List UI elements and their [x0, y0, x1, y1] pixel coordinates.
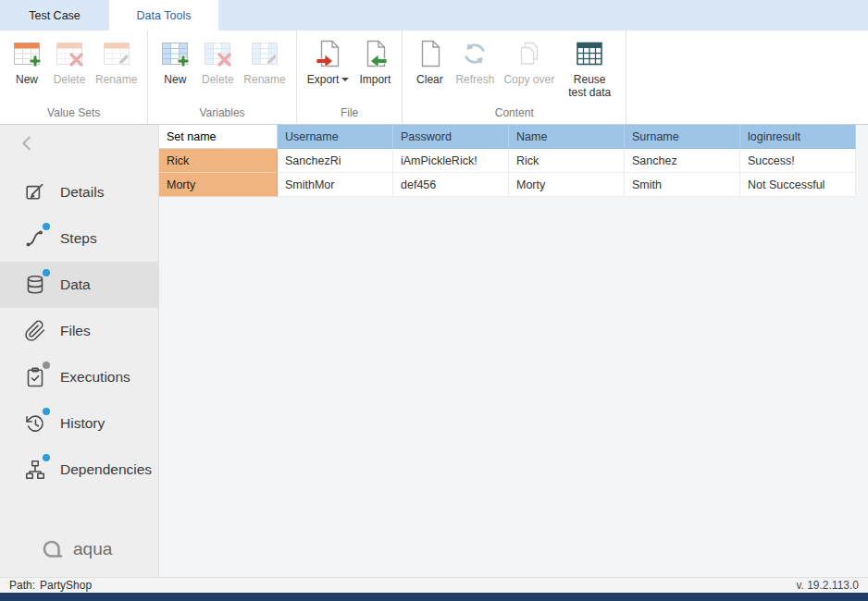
new-value-set-icon — [12, 39, 42, 68]
button-label: Delete — [202, 73, 234, 86]
table-cell[interactable]: Sanchez — [625, 149, 740, 173]
refresh-icon — [460, 39, 490, 68]
content-area: Set name Username Password Name Surname … — [159, 125, 868, 577]
refresh-button: Refresh — [451, 33, 499, 88]
ribbon-group-file: Export Import File — [297, 31, 403, 124]
column-header-loginresult[interactable]: loginresult — [740, 125, 856, 149]
sidebar-item-executions[interactable]: Executions — [0, 354, 158, 400]
rename-variable-icon — [250, 39, 279, 68]
sidebar-item-label: Details — [60, 184, 104, 201]
ribbon-group-content: Clear Refresh Copy over Reuse test data … — [403, 31, 626, 124]
copy-over-icon — [515, 39, 544, 68]
table-cell[interactable]: iAmPickleRick! — [393, 149, 509, 173]
button-label: Refresh — [455, 73, 494, 86]
clear-icon — [415, 39, 444, 68]
column-header-password[interactable]: Password — [393, 125, 509, 149]
sidebar: Details Steps Data Files Executions — [0, 125, 159, 577]
chevron-left-icon — [19, 134, 37, 153]
delete-value-set-button: Delete — [48, 33, 91, 88]
button-label: Import — [359, 73, 391, 86]
notification-dot — [43, 362, 50, 369]
rename-value-set-button: Rename — [91, 33, 142, 88]
column-header-set-name: Set name — [159, 125, 278, 149]
clipboard-icon — [24, 366, 46, 388]
table-cell[interactable]: SanchezRi — [278, 149, 393, 173]
set-name-cell[interactable]: Rick — [159, 149, 278, 173]
notification-dot — [43, 223, 50, 230]
export-button[interactable]: Export — [303, 33, 354, 88]
button-label: Clear — [416, 73, 443, 86]
ribbon: New Delete Rename Value Sets New — [0, 31, 868, 125]
new-value-set-button[interactable]: New — [6, 33, 48, 88]
copy-over-button: Copy over — [499, 33, 559, 88]
group-label-content: Content — [408, 104, 620, 124]
bottom-accent-strip — [0, 593, 868, 601]
sidebar-item-details[interactable]: Details — [0, 169, 158, 215]
delete-variable-icon — [203, 39, 232, 68]
table-cell[interactable]: Morty — [509, 173, 625, 197]
sidebar-item-label: Data — [60, 276, 91, 293]
paperclip-icon — [24, 320, 46, 342]
import-icon — [360, 39, 390, 68]
ribbon-group-variables: New Delete Rename Variables — [148, 31, 296, 124]
edit-icon — [24, 181, 46, 203]
reuse-test-data-icon — [575, 39, 604, 68]
table-cell[interactable]: Rick — [509, 149, 625, 173]
group-label-variables: Variables — [154, 104, 290, 124]
path-value: PartyShop — [40, 579, 92, 592]
history-icon — [24, 412, 46, 435]
clear-button[interactable]: Clear — [408, 33, 451, 88]
table-cell[interactable]: Not Successful — [740, 173, 856, 197]
aqua-logo-text: aqua — [73, 539, 112, 559]
button-label: New — [164, 73, 186, 86]
sidebar-item-label: Steps — [60, 230, 97, 247]
button-label: Rename — [243, 73, 285, 86]
sidebar-item-files[interactable]: Files — [0, 308, 158, 354]
database-icon — [24, 274, 46, 296]
main-area: Details Steps Data Files Executions — [0, 125, 868, 577]
sidebar-item-data[interactable]: Data — [0, 262, 158, 308]
aqua-logo-icon — [39, 536, 65, 562]
ribbon-group-value-sets: New Delete Rename Value Sets — [0, 31, 148, 124]
sidebar-item-label: Dependencies — [60, 461, 152, 478]
table-cell[interactable]: SmithMor — [278, 173, 393, 197]
sidebar-nav: Details Steps Data Files Executions — [0, 169, 158, 493]
sidebar-collapse-button[interactable] — [0, 125, 158, 162]
aqua-logo: aqua — [0, 536, 158, 562]
column-header-name[interactable]: Name — [509, 125, 625, 149]
rename-variable-button: Rename — [239, 33, 290, 88]
new-variable-icon — [160, 39, 190, 68]
table-cell[interactable]: def456 — [393, 173, 509, 197]
reuse-test-data-button[interactable]: Reuse test data — [559, 33, 620, 102]
version-label: v. 19.2.113.0 — [796, 579, 859, 592]
set-name-cell[interactable]: Morty — [159, 173, 278, 197]
table-cell[interactable]: Smith — [625, 173, 740, 197]
delete-value-set-icon — [55, 39, 84, 68]
steps-icon — [24, 227, 46, 250]
ribbon-tab-bar: Test Case Data Tools — [0, 0, 868, 31]
column-header-surname[interactable]: Surname — [625, 125, 740, 149]
app-window: Test Case Data Tools New Delete Rename V… — [0, 0, 868, 601]
import-button[interactable]: Import — [353, 33, 396, 88]
table-cell[interactable]: Success! — [740, 149, 856, 173]
tab-test-case[interactable]: Test Case — [0, 0, 109, 31]
sidebar-item-label: Executions — [60, 369, 130, 386]
button-label: Export — [307, 73, 340, 86]
button-label: New — [16, 73, 38, 86]
sidebar-item-steps[interactable]: Steps — [0, 215, 158, 262]
delete-variable-button: Delete — [196, 33, 239, 88]
sidebar-item-label: Files — [60, 323, 91, 339]
column-header-username[interactable]: Username — [278, 125, 393, 149]
hierarchy-icon — [24, 459, 46, 481]
value-sets-table: Set name Username Password Name Surname … — [159, 125, 868, 197]
path-label: Path: — [9, 579, 35, 592]
path-indicator: Path:PartyShop — [9, 579, 92, 592]
new-variable-button[interactable]: New — [154, 33, 196, 88]
sidebar-item-label: History — [60, 415, 105, 432]
button-label: Rename — [95, 73, 137, 86]
group-label-file: File — [303, 104, 397, 124]
status-bar: Path:PartyShop v. 19.2.113.0 — [0, 577, 868, 593]
tab-data-tools[interactable]: Data Tools — [109, 0, 218, 31]
sidebar-item-history[interactable]: History — [0, 400, 158, 447]
sidebar-item-dependencies[interactable]: Dependencies — [0, 447, 158, 493]
